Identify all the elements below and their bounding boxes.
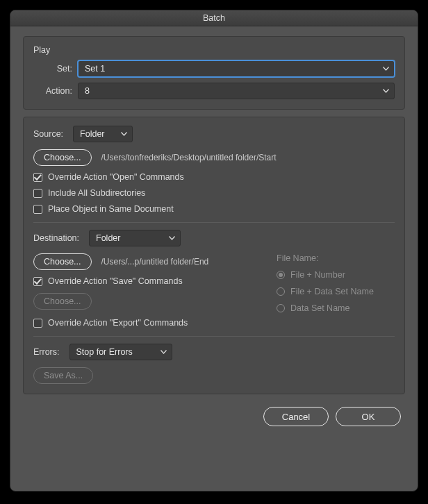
- override-export-label: Override Action "Export" Commands: [48, 318, 188, 328]
- destination-choose2-button: Choose...: [33, 293, 92, 310]
- override-save-checkbox[interactable]: [33, 277, 42, 286]
- batch-dialog: Batch Play Set: Set 1 Action: 8: [10, 10, 418, 492]
- filename-label: File Name:: [277, 253, 395, 263]
- destination-dropdown[interactable]: Folder: [89, 230, 181, 246]
- action-value: 8: [85, 86, 90, 96]
- include-subdirs-checkbox[interactable]: [33, 189, 42, 198]
- errors-value: Stop for Errors: [76, 347, 133, 357]
- action-label: Action:: [33, 86, 72, 96]
- chevron-down-icon: [383, 89, 389, 93]
- place-object-label: Place Object in Same Document: [48, 204, 174, 214]
- divider: [33, 222, 395, 223]
- action-dropdown[interactable]: 8: [78, 83, 395, 99]
- filename-number-label: File + Number: [290, 270, 345, 280]
- titlebar: Batch: [10, 10, 418, 26]
- source-dropdown[interactable]: Folder: [73, 126, 133, 142]
- source-choose-button[interactable]: Choose...: [33, 149, 92, 166]
- override-open-checkbox[interactable]: [33, 173, 42, 182]
- filename-number-radio: [277, 271, 285, 279]
- filename-dataset-radio: [277, 287, 285, 296]
- save-as-button: Save As...: [33, 367, 93, 384]
- override-export-checkbox[interactable]: [33, 319, 42, 328]
- chevron-down-icon: [383, 67, 389, 71]
- filename-dataonly-label: Data Set Name: [290, 303, 349, 313]
- filename-dataonly-radio: [277, 304, 285, 312]
- chevron-down-icon: [169, 236, 175, 240]
- play-heading: Play: [33, 45, 395, 55]
- set-label: Set:: [33, 64, 72, 74]
- divider: [33, 336, 395, 337]
- override-save-label: Override Action "Save" Commands: [48, 276, 183, 286]
- filename-dataset-label: File + Data Set Name: [290, 287, 374, 296]
- errors-dropdown[interactable]: Stop for Errors: [69, 344, 172, 360]
- chevron-down-icon: [160, 350, 167, 354]
- destination-choose-button[interactable]: Choose...: [33, 253, 92, 270]
- dialog-footer: Cancel OK: [23, 401, 405, 426]
- override-open-label: Override Action "Open" Commands: [48, 172, 184, 182]
- destination-label: Destination:: [33, 233, 79, 243]
- chevron-down-icon: [121, 132, 127, 136]
- set-value: Set 1: [85, 64, 105, 74]
- window-title: Batch: [203, 13, 225, 23]
- ok-button[interactable]: OK: [336, 407, 401, 426]
- source-value: Folder: [80, 129, 104, 139]
- include-subdirs-label: Include All Subdirectories: [48, 188, 145, 198]
- source-dest-section: Source: Folder Choose... /Users/tonfrede…: [23, 117, 405, 394]
- errors-label: Errors:: [33, 347, 60, 357]
- play-section: Play Set: Set 1 Action: 8: [23, 36, 405, 110]
- cancel-button[interactable]: Cancel: [263, 407, 329, 426]
- place-object-checkbox[interactable]: [33, 205, 42, 214]
- source-label: Source:: [33, 129, 63, 139]
- set-dropdown[interactable]: Set 1: [78, 60, 395, 77]
- destination-path: /Users/...p/untitled folder/End: [101, 257, 261, 267]
- source-path: /Users/tonfrederiks/Desktop/untitled fol…: [101, 153, 277, 162]
- destination-value: Folder: [96, 233, 120, 243]
